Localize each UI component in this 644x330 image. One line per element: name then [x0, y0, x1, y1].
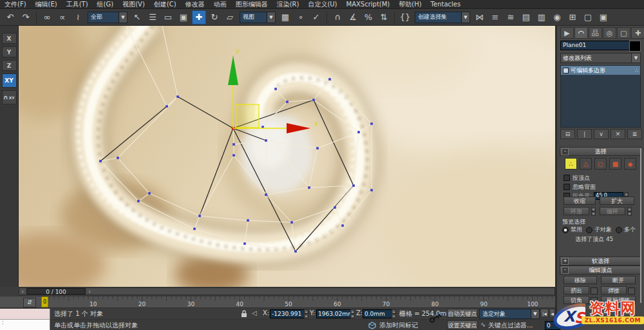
- angle-snap-icon[interactable]: ∡: [346, 10, 360, 24]
- modifier-stack[interactable]: 可编辑多边形 ∴: [560, 65, 641, 128]
- set-key-button[interactable]: 设置关键点: [447, 320, 478, 329]
- loop-button[interactable]: 循环: [600, 207, 625, 215]
- render-frame-icon[interactable]: ▢: [581, 10, 595, 24]
- collapse-icon[interactable]: -: [562, 267, 569, 274]
- menu-item-3[interactable]: 组(G): [93, 0, 118, 8]
- menu-item-6[interactable]: 修改器: [181, 0, 209, 8]
- move-icon[interactable]: ✚: [192, 10, 206, 24]
- z-coord-field[interactable]: 0.0mm: [363, 309, 392, 318]
- redo-icon[interactable]: ↷: [19, 10, 33, 24]
- pin-stack-icon[interactable]: ⊟: [560, 129, 575, 139]
- remove-button[interactable]: 移除: [564, 276, 597, 284]
- align-icon[interactable]: ≡: [488, 10, 502, 24]
- edit-vertices-rollout-header[interactable]: - 编辑顶点: [560, 266, 641, 275]
- kbd-override-icon[interactable]: {}: [398, 10, 412, 24]
- grow-button[interactable]: 扩大: [600, 197, 634, 205]
- menu-item-11[interactable]: MAXScript(M): [342, 0, 395, 8]
- collapse-icon[interactable]: -: [562, 148, 569, 155]
- bind-spacewarp-icon[interactable]: ≀: [71, 10, 85, 24]
- prev-key-arrow[interactable]: ‹: [19, 288, 26, 295]
- object-color-swatch[interactable]: [629, 41, 641, 52]
- menu-item-2[interactable]: 工具(T): [62, 0, 93, 8]
- schematic-view-icon[interactable]: ▥: [535, 10, 549, 24]
- menu-item-9[interactable]: 渲染(R): [272, 0, 304, 8]
- preview-radio-1[interactable]: 子对象: [586, 226, 612, 234]
- x-coord-field[interactable]: -1230.991: [270, 309, 305, 318]
- preview-radio-0[interactable]: 禁用: [562, 226, 582, 234]
- next-key-arrow[interactable]: ›: [86, 288, 93, 295]
- shrink-button[interactable]: 收缩: [564, 197, 596, 205]
- select-by-name-icon[interactable]: ☰: [146, 10, 160, 24]
- stack-row-editable-poly[interactable]: 可编辑多边形 ∴: [561, 66, 640, 75]
- go-to-start-button[interactable]: |◀: [540, 309, 549, 318]
- gizmo-xy-plane-handle[interactable]: [236, 104, 259, 128]
- undo-icon[interactable]: ↶: [3, 10, 17, 24]
- key-mode-dropdown[interactable]: 选定对象 ▼: [479, 309, 540, 319]
- modifier-list-dropdown[interactable]: 修改器列表 ▼: [560, 53, 641, 63]
- snap-3d-icon[interactable]: ∩: [330, 10, 345, 24]
- ref-coord-dropdown[interactable]: 视图▼: [240, 12, 276, 23]
- unlink-selection-icon[interactable]: ∝: [55, 10, 70, 24]
- menu-item-8[interactable]: 图形编辑器: [231, 0, 272, 8]
- rect-selection-region-icon[interactable]: ▭: [161, 10, 175, 24]
- polygon-mode-icon[interactable]: ■: [609, 158, 621, 170]
- object-name-field[interactable]: Plane01: [560, 41, 630, 50]
- extrude-button[interactable]: 挤出: [564, 286, 589, 295]
- mini-listener[interactable]: :: [0, 309, 50, 330]
- restrict-x-button[interactable]: X: [2, 33, 17, 44]
- extrude-settings-button[interactable]: [591, 287, 598, 295]
- panel-scrollbar[interactable]: [640, 148, 641, 303]
- border-mode-icon[interactable]: ○: [594, 158, 607, 170]
- named-selection-set-dropdown[interactable]: 创建选择集▼: [415, 12, 470, 23]
- loop-spinner[interactable]: ▴▾: [627, 207, 632, 215]
- selection-filter-dropdown[interactable]: 全部▼: [88, 12, 128, 23]
- time-slider-track[interactable]: ‹ 0 / 100 ›: [19, 287, 555, 295]
- add-time-tag-text[interactable]: 添加时间标记: [379, 321, 418, 330]
- mini-listener-macro-line[interactable]: [0, 309, 50, 320]
- checkbox-icon[interactable]: [564, 184, 570, 190]
- select-link-icon[interactable]: ∞: [40, 10, 54, 24]
- time-slider-handle[interactable]: 0 / 100: [26, 288, 86, 295]
- tab-hierarchy[interactable]: 品: [589, 27, 602, 39]
- render-setup-icon[interactable]: ⊞: [565, 10, 580, 24]
- y-spinner[interactable]: ▴▾: [350, 309, 355, 317]
- restrict-y-button[interactable]: Y: [2, 46, 17, 57]
- restrict-z-button[interactable]: Z: [2, 60, 17, 71]
- menu-item-7[interactable]: 动画: [209, 0, 231, 8]
- configure-modifier-sets-icon[interactable]: ≣: [627, 129, 642, 139]
- by-vertex-checkbox-row[interactable]: 按顶点: [564, 174, 590, 182]
- make-unique-icon[interactable]: ∨: [594, 129, 609, 139]
- tab-modify[interactable]: ◠: [574, 27, 588, 39]
- radio-icon[interactable]: [586, 227, 592, 233]
- menu-item-13[interactable]: Tentacles: [426, 0, 466, 8]
- checkbox-icon[interactable]: [564, 175, 570, 181]
- soft-selection-rollout-header[interactable]: + 软选择: [560, 257, 641, 266]
- use-center-icon[interactable]: ▦: [278, 10, 292, 24]
- break-button[interactable]: 断开: [601, 276, 636, 284]
- window-crossing-icon[interactable]: ▣: [176, 10, 191, 24]
- menu-item-4[interactable]: 视图(V): [118, 0, 149, 8]
- select-object-icon[interactable]: ↖: [130, 10, 144, 24]
- snap-xy-button[interactable]: ∩XY: [2, 90, 17, 104]
- ignore-backfacing-checkbox-row[interactable]: 忽略背面: [564, 183, 596, 191]
- ring-button[interactable]: 环形: [564, 207, 589, 215]
- mirror-icon[interactable]: ⋈: [473, 10, 487, 24]
- auto-key-button[interactable]: 自动关键点: [447, 309, 478, 318]
- preview-radio-2[interactable]: 多个: [616, 226, 636, 234]
- ring-spinner[interactable]: ▴▾: [591, 207, 596, 215]
- rotate-icon[interactable]: ↻: [207, 10, 222, 24]
- tab-utilities[interactable]: ✚: [631, 27, 644, 39]
- tab-create[interactable]: ▶: [560, 27, 574, 39]
- menu-item-1[interactable]: 编辑(E): [31, 0, 62, 8]
- menu-item-0[interactable]: 文件(F): [0, 0, 31, 8]
- menu-item-5[interactable]: 创建(C): [149, 0, 181, 8]
- selection-lock-icon[interactable]: [241, 310, 247, 318]
- radio-icon[interactable]: [616, 227, 622, 233]
- expand-icon[interactable]: +: [562, 258, 569, 265]
- tab-motion[interactable]: ◎: [603, 27, 616, 39]
- x-spinner[interactable]: ▴▾: [304, 309, 308, 317]
- vertex-mode-icon[interactable]: ∴: [565, 158, 577, 170]
- curve-editor-icon[interactable]: ▤: [519, 10, 533, 24]
- percent-snap-icon[interactable]: %: [361, 10, 375, 24]
- z-spinner[interactable]: ▴▾: [392, 309, 396, 317]
